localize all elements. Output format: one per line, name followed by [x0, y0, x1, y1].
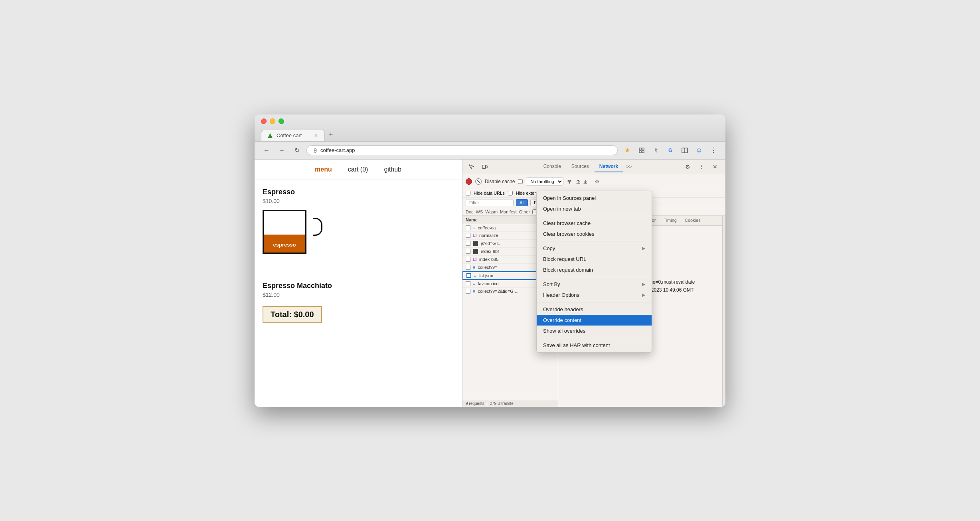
hide-extension-urls-checkbox[interactable]: [508, 191, 513, 195]
svg-rect-9: [486, 166, 488, 168]
ctx-show-overrides[interactable]: Show all overrides: [537, 326, 652, 336]
filter-input[interactable]: [466, 199, 514, 206]
download-icon: [583, 179, 588, 184]
github-link[interactable]: github: [384, 166, 401, 173]
req-icon-favicon: ≡: [473, 281, 475, 286]
req-icon-page2: ≡: [473, 265, 475, 270]
req-name-json: list.json: [478, 273, 493, 278]
clear-button[interactable]: [475, 178, 482, 185]
filter-doc[interactable]: Doc: [466, 209, 474, 214]
split-view-icon[interactable]: [679, 145, 690, 156]
profile-icon[interactable]: ☺: [694, 145, 705, 156]
req-name: favicon.ico: [478, 281, 498, 286]
ctx-block-url[interactable]: Block request URL: [537, 254, 652, 264]
forward-button[interactable]: →: [276, 145, 287, 156]
close-button[interactable]: [261, 118, 267, 124]
devtools-left-controls: [466, 161, 490, 172]
extensions-icon[interactable]: [636, 145, 647, 156]
req-checkbox[interactable]: [466, 249, 470, 254]
ctx-override-headers[interactable]: Override headers: [537, 304, 652, 315]
filter-ws[interactable]: WS: [476, 209, 483, 214]
hide-data-urls-checkbox[interactable]: [466, 191, 470, 195]
record-button[interactable]: [466, 178, 472, 185]
labs-icon[interactable]: ⚕: [650, 145, 662, 156]
req-checkbox[interactable]: [466, 281, 470, 286]
req-checkbox[interactable]: [466, 289, 470, 294]
site-nav: menu cart (0) github: [255, 160, 462, 180]
window-controls: [261, 118, 719, 124]
tab-sources[interactable]: Sources: [567, 161, 594, 172]
filter-all[interactable]: All: [516, 199, 528, 206]
tab-network[interactable]: Network: [595, 161, 623, 172]
menu-icon[interactable]: ⋮: [708, 145, 719, 156]
browser-tab[interactable]: Coffee cart ✕: [261, 130, 325, 141]
ctx-override-content[interactable]: Override content: [537, 315, 652, 326]
ctx-sort-by[interactable]: Sort By ▶: [537, 279, 652, 290]
google-icon[interactable]: G: [665, 145, 676, 156]
tab-close-icon[interactable]: ✕: [313, 133, 319, 138]
req-checkbox[interactable]: [466, 257, 470, 262]
disable-cache-checkbox[interactable]: [518, 179, 523, 184]
coffee-cup-illustration: espresso: [263, 210, 326, 274]
upload-download-icons: [575, 179, 588, 184]
cart-link[interactable]: cart (0): [348, 166, 368, 173]
ctx-sep-3: [537, 277, 652, 277]
ctx-sep-1: [537, 216, 652, 216]
devtools-right-controls: ⚙ ⋮ ✕: [682, 161, 722, 172]
filter-wasm[interactable]: Wasm: [485, 209, 498, 214]
copy-submenu-arrow: ▶: [642, 246, 645, 251]
ctx-copy[interactable]: Copy ▶: [537, 243, 652, 254]
menu-link[interactable]: menu: [315, 166, 332, 173]
req-checkbox[interactable]: [466, 265, 470, 270]
site-content: Espresso $10.00 espresso Espresso Macchi…: [255, 180, 462, 331]
inspect-icon[interactable]: [466, 161, 477, 172]
back-button[interactable]: ←: [261, 145, 272, 156]
request-count: 9 requests: [466, 401, 484, 406]
minimize-button[interactable]: [270, 118, 275, 124]
tabs-row: Coffee cart ✕ +: [261, 128, 719, 141]
ctx-clear-cookies[interactable]: Clear browser cookies: [537, 229, 652, 239]
svg-rect-2: [639, 148, 641, 150]
product-name-1: Espresso: [263, 188, 454, 196]
device-toolbar-icon[interactable]: [479, 161, 490, 172]
filter-other[interactable]: Other: [519, 209, 530, 214]
ctx-open-new-tab[interactable]: Open in new tab: [537, 203, 652, 214]
more-tabs-icon[interactable]: >>: [624, 162, 634, 171]
reload-button[interactable]: ↻: [291, 145, 302, 156]
ctx-save-har[interactable]: Save all as HAR with content: [537, 340, 652, 351]
website-panel: menu cart (0) github Espresso $10.00 esp…: [255, 160, 462, 407]
product-price-2: $12.00: [263, 292, 454, 298]
ctx-sep-4: [537, 302, 652, 302]
network-settings-icon[interactable]: ⚙: [591, 176, 603, 187]
context-menu: Open in Sources panel Open in new tab Cl…: [536, 191, 652, 353]
svg-point-10: [569, 183, 570, 184]
req-checkbox[interactable]: [466, 241, 470, 246]
close-devtools-icon[interactable]: ✕: [709, 161, 721, 172]
req-name: collect?v=2&tid=G-...: [478, 289, 518, 294]
ctx-open-sources[interactable]: Open in Sources panel: [537, 193, 652, 203]
tab-console[interactable]: Console: [539, 161, 566, 172]
maximize-button[interactable]: [279, 118, 284, 124]
req-name: index-b85: [479, 257, 498, 262]
tab-title: Coffee cart: [277, 132, 310, 138]
devtools-more-icon[interactable]: ⋮: [696, 161, 707, 172]
address-input[interactable]: coffee-cart.app: [306, 145, 618, 155]
ctx-header-options[interactable]: Header Options ▶: [537, 290, 652, 300]
upload-icon: [575, 179, 581, 184]
cookies-tab[interactable]: Cookies: [681, 216, 705, 225]
throttle-select[interactable]: No throttling: [526, 178, 563, 186]
new-tab-button[interactable]: +: [325, 128, 337, 141]
svg-rect-3: [642, 148, 644, 150]
req-checkbox[interactable]: [466, 225, 470, 230]
ctx-block-domain[interactable]: Block request domain: [537, 264, 652, 275]
settings-gear-icon[interactable]: ⚙: [682, 161, 694, 172]
req-checkbox[interactable]: [466, 233, 470, 238]
filter-manifest[interactable]: Manifest: [500, 209, 517, 214]
bookmark-icon[interactable]: ★: [622, 145, 633, 156]
timing-tab[interactable]: Timing: [660, 216, 681, 225]
network-toolbar: Disable cache No throttling ⚙: [462, 174, 725, 189]
title-bar: Coffee cart ✕ +: [255, 114, 725, 142]
svg-rect-4: [639, 151, 641, 153]
ctx-clear-cache[interactable]: Clear browser cache: [537, 218, 652, 229]
req-checkbox-highlighted[interactable]: [466, 273, 471, 278]
